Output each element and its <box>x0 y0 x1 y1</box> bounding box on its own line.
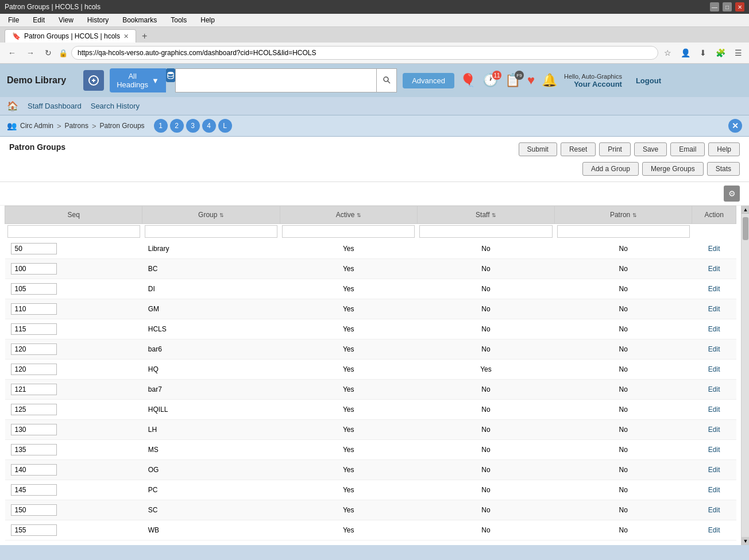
menu-icon[interactable]: ☰ <box>732 47 744 59</box>
menu-file[interactable]: File <box>5 15 22 25</box>
seq-input-2[interactable] <box>11 283 57 295</box>
filter-patron[interactable] <box>557 225 690 238</box>
edit-link-10[interactable]: Edit <box>708 446 720 454</box>
menu-edit[interactable]: Edit <box>29 15 48 25</box>
breadcrumb-close-button[interactable]: ✕ <box>728 119 742 133</box>
scrollbar-up-button[interactable]: ▲ <box>742 206 749 214</box>
logout-button[interactable]: Logout <box>636 76 661 85</box>
svg-point-4 <box>384 77 388 82</box>
menu-bookmarks[interactable]: Bookmarks <box>119 15 160 25</box>
settings-icon[interactable]: ⚙ <box>724 186 740 202</box>
tab-close-button[interactable]: ✕ <box>123 33 129 40</box>
staff-cell-7: No <box>417 380 554 400</box>
seq-input-4[interactable] <box>11 323 57 335</box>
staff-dashboard-link[interactable]: Staff Dashboard <box>28 102 82 110</box>
stats-button[interactable]: Stats <box>707 162 740 176</box>
reset-button[interactable]: Reset <box>561 142 596 156</box>
maximize-button[interactable]: □ <box>723 2 732 11</box>
seq-input-0[interactable] <box>11 243 57 254</box>
edit-link-8[interactable]: Edit <box>708 405 720 414</box>
active-sort-icon[interactable]: ⇅ <box>357 213 361 218</box>
menu-history[interactable]: History <box>84 15 112 25</box>
edit-link-3[interactable]: Edit <box>708 305 720 313</box>
bell-icon[interactable]: 🔔 <box>542 73 557 88</box>
print-button[interactable]: Print <box>599 142 631 156</box>
menu-help[interactable]: Help <box>197 15 218 25</box>
group-sort-icon[interactable]: ⇅ <box>219 213 224 218</box>
close-window-button[interactable]: ✕ <box>735 2 744 11</box>
scrollbar-down-button[interactable]: ▼ <box>742 537 749 545</box>
edit-link-6[interactable]: Edit <box>708 365 720 373</box>
submit-button[interactable]: Submit <box>519 142 557 156</box>
minimize-button[interactable]: — <box>710 2 719 11</box>
scrollbar-thumb[interactable] <box>743 217 748 240</box>
search-history-link[interactable]: Search History <box>91 102 140 110</box>
edit-link-7[interactable]: Edit <box>708 385 720 393</box>
new-tab-button[interactable]: + <box>138 31 150 41</box>
balloon-icon[interactable]: 🎈 <box>460 73 476 88</box>
col-seq-label: Seq <box>67 211 79 219</box>
seq-input-7[interactable] <box>11 384 57 395</box>
seq-input-5[interactable] <box>11 343 57 355</box>
edit-link-0[interactable]: Edit <box>708 245 720 253</box>
active-cell-8: Yes <box>280 400 417 420</box>
edit-link-2[interactable]: Edit <box>708 285 720 293</box>
filter-seq[interactable] <box>7 225 140 238</box>
help-button[interactable]: Help <box>708 142 740 156</box>
breadcrumb-patron-groups[interactable]: Patron Groups <box>100 122 145 130</box>
merge-groups-button[interactable]: Merge Groups <box>642 162 704 176</box>
filter-active[interactable] <box>282 225 415 238</box>
page-4[interactable]: 4 <box>202 119 216 133</box>
edit-link-14[interactable]: Edit <box>708 526 720 534</box>
edit-link-5[interactable]: Edit <box>708 345 720 353</box>
profile-icon[interactable]: 👤 <box>678 47 693 59</box>
staff-sort-icon[interactable]: ⇅ <box>492 213 496 218</box>
extensions-icon[interactable]: 🧩 <box>713 47 728 59</box>
filter-staff[interactable] <box>419 225 552 238</box>
advanced-button[interactable]: Advanced <box>403 73 454 88</box>
seq-input-6[interactable] <box>11 364 57 375</box>
page-2[interactable]: 2 <box>170 119 184 133</box>
edit-link-4[interactable]: Edit <box>708 325 720 333</box>
headings-dropdown[interactable]: All Headings ▼ <box>110 68 166 92</box>
seq-input-9[interactable] <box>11 424 57 435</box>
seq-input-12[interactable] <box>11 484 57 496</box>
page-1[interactable]: 1 <box>154 119 168 133</box>
edit-link-13[interactable]: Edit <box>708 506 720 514</box>
seq-input-13[interactable] <box>11 504 57 516</box>
table-row: DI Yes No No Edit <box>5 279 736 299</box>
refresh-button[interactable]: ↻ <box>41 47 55 59</box>
search-input[interactable] <box>175 68 377 92</box>
edit-link-11[interactable]: Edit <box>708 466 720 474</box>
search-go-button[interactable] <box>377 68 397 92</box>
seq-input-3[interactable] <box>11 303 57 315</box>
email-button[interactable]: Email <box>670 142 705 156</box>
edit-link-9[interactable]: Edit <box>708 426 720 434</box>
menu-view[interactable]: View <box>55 15 77 25</box>
edit-link-12[interactable]: Edit <box>708 486 720 494</box>
seq-input-11[interactable] <box>11 464 57 476</box>
filter-group[interactable] <box>145 225 277 238</box>
bookmark-icon[interactable]: ☆ <box>662 47 674 59</box>
patron-sort-icon[interactable]: ⇅ <box>632 213 637 218</box>
add-group-button[interactable]: Add a Group <box>582 162 639 176</box>
breadcrumb-patrons[interactable]: Patrons <box>65 122 88 130</box>
active-tab[interactable]: 🔖 Patron Groups | HCOLS | hcols ✕ <box>5 29 136 43</box>
database-icon[interactable] <box>166 68 176 82</box>
seq-input-14[interactable] <box>11 524 57 536</box>
page-3[interactable]: 3 <box>186 119 200 133</box>
breadcrumb-circ-admin[interactable]: Circ Admin <box>20 122 53 130</box>
back-button[interactable]: ← <box>5 47 20 59</box>
seq-input-1[interactable] <box>11 263 57 275</box>
download-icon[interactable]: ⬇ <box>697 47 709 59</box>
forward-button[interactable]: → <box>23 47 38 59</box>
edit-link-1[interactable]: Edit <box>708 265 720 273</box>
seq-input-10[interactable] <box>11 444 57 455</box>
your-account-link[interactable]: Your Account <box>574 80 622 88</box>
heart-icon[interactable]: ♥ <box>527 73 535 88</box>
page-l[interactable]: L <box>218 119 232 133</box>
seq-input-8[interactable] <box>11 404 57 415</box>
save-button[interactable]: Save <box>634 142 667 156</box>
menu-tools[interactable]: Tools <box>167 15 190 25</box>
address-input[interactable] <box>71 46 658 60</box>
